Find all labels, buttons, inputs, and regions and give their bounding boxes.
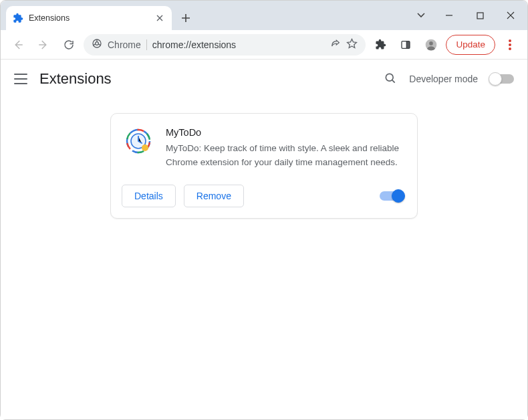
extension-name: MyToDo [166,127,404,138]
svg-point-24 [142,144,148,151]
search-icon[interactable] [384,72,397,87]
svg-rect-12 [407,41,410,48]
address-url: chrome://extensions [152,39,325,50]
svg-point-18 [386,74,394,81]
maximize-button[interactable] [466,5,494,26]
forward-button[interactable] [33,34,54,56]
svg-point-14 [430,41,434,45]
extensions-icon[interactable] [370,34,391,56]
page-title: Extensions [39,70,112,88]
address-scheme-label: Chrome [108,39,141,50]
browser-window: Extensions [0,0,528,420]
extension-description: MyToDo: Keep track of time with style. A… [166,142,404,170]
side-panel-icon[interactable] [395,34,416,56]
developer-mode-toggle[interactable] [490,74,514,84]
update-label: Update [456,39,485,49]
tab-title: Extensions [29,13,149,23]
back-button[interactable] [7,34,29,56]
reload-button[interactable] [58,34,80,56]
menu-hamburger-icon[interactable] [14,74,27,84]
browser-tab[interactable]: Extensions [6,6,172,30]
tab-search-icon[interactable] [410,5,432,26]
bookmark-icon[interactable] [346,38,358,51]
svg-point-10 [96,42,99,45]
chrome-site-icon [92,38,102,51]
extension-icon [124,127,152,155]
address-divider [146,39,147,50]
svg-point-17 [509,47,511,50]
new-tab-button[interactable] [176,8,196,28]
page-content: Extensions Developer mode [1,60,527,419]
page-header: Extensions Developer mode [1,60,527,98]
svg-point-15 [509,39,511,42]
svg-rect-8 [477,13,483,19]
remove-button[interactable]: Remove [184,185,244,207]
menu-icon[interactable] [499,34,521,56]
close-window-button[interactable] [497,5,525,26]
tab-close-icon[interactable] [154,13,165,23]
minimize-button[interactable] [435,5,463,26]
extensions-tab-icon [13,13,23,23]
share-icon[interactable] [330,38,341,51]
window-controls [410,1,527,30]
titlebar: Extensions [1,1,527,30]
toolbar: Chrome chrome://extensions Update [1,30,527,60]
svg-point-16 [509,43,511,46]
developer-mode-label: Developer mode [409,74,478,84]
extension-enable-toggle[interactable] [380,191,404,201]
profile-icon[interactable] [420,34,442,56]
extension-card: MyToDo MyToDo: Keep track of time with s… [110,113,418,219]
address-bar[interactable]: Chrome chrome://extensions [84,34,366,56]
update-button[interactable]: Update [446,35,495,55]
details-button[interactable]: Details [122,185,176,207]
